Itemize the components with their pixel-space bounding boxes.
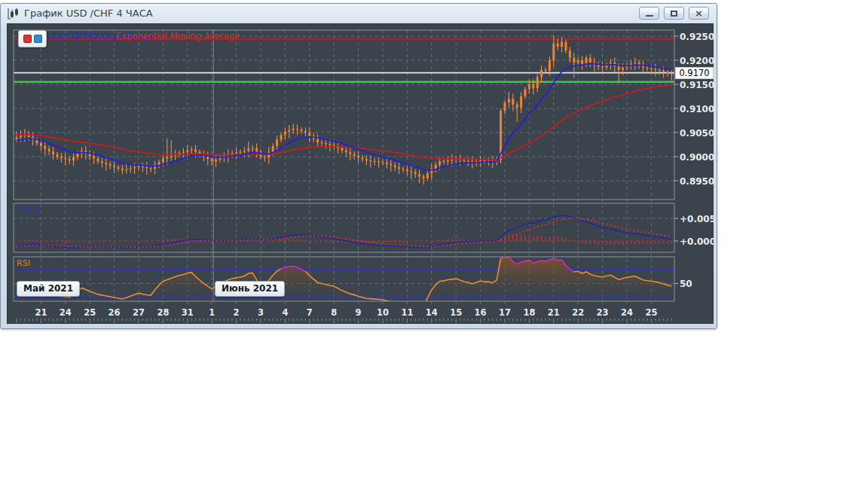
chart-canvas[interactable]: 0.92500.92000.91500.91000.90500.90000.89… [8,24,714,325]
candle [97,159,99,162]
date-axis-label: 17 [499,307,511,318]
macd-histogram-bar [553,236,554,241]
macd-histogram-bar [32,239,33,241]
candle [113,166,115,167]
macd-histogram-bar [659,241,660,243]
candle [398,167,400,169]
candle [439,161,441,164]
macd-histogram-bar [606,241,607,246]
macd-histogram-bar [285,239,286,241]
candle [109,164,112,166]
minimize-icon [646,15,653,17]
macd-histogram-bar [643,241,643,244]
close-button[interactable]: × [689,7,709,20]
candle [524,89,527,96]
candle [57,154,59,157]
candle [276,140,278,146]
chart-client-area[interactable]: 0.92500.92000.91500.91000.90500.90000.89… [7,23,714,324]
date-axis-label: 14 [426,307,438,318]
macd-histogram-bar [334,241,335,242]
macd-histogram-bar [671,241,672,243]
macd-histogram-bar [301,239,301,241]
macd-histogram-bar [395,241,396,242]
candle [304,131,307,133]
candle [272,146,274,152]
macd-histogram-bar [305,239,306,241]
candle [341,148,344,150]
candle [69,159,71,160]
macd-histogram-bar [338,241,338,243]
macd-histogram-bar [456,239,457,241]
candle [374,161,376,162]
buy-button[interactable] [34,35,42,43]
month-marker-june: Июнь 2021 [215,281,285,297]
candle [231,154,234,154]
candle [394,166,396,168]
candle [321,142,323,143]
macd-pane-title: MACD [17,204,41,214]
sell-button[interactable] [23,35,32,43]
candle [667,72,669,74]
macd-histogram-bar [614,241,615,245]
macd-histogram-bar [631,241,631,244]
date-axis-label: 23 [597,307,609,318]
macd-pane-layer [17,215,672,248]
candle [365,159,368,160]
date-axis-label: 21 [548,307,560,318]
price-axis-label: 0.9100 [680,104,714,114]
window-title: График USD /CHF 4 ЧАСА [24,8,153,19]
macd-axis-label: +0.000 [680,236,714,247]
candle [194,149,197,151]
date-axis-label: 25 [84,307,96,318]
date-axis-label: 25 [645,307,657,318]
window-controls: × [639,7,709,20]
macd-histogram-bar [667,241,668,243]
macd-histogram-bar [280,239,281,241]
date-axis-label: 1 [209,307,215,318]
date-axis-label: 4 [282,307,288,318]
candle [410,171,412,172]
candlestick-chart-icon [8,8,21,20]
date-axis-label: 22 [572,307,584,318]
quick-trade-panel[interactable] [18,30,47,47]
date-axis-label: 8 [331,307,337,318]
maximize-button[interactable] [664,7,684,20]
legend-label[interactable]: Exponential Moving Average [116,31,240,41]
macd-histogram-bar [558,236,558,241]
candle [133,167,136,168]
candle [573,58,575,63]
macd-histogram-bar [622,241,623,245]
candle [402,169,405,169]
macd-histogram-bar [460,239,460,241]
macd-histogram-bar [163,239,164,241]
date-axis-label: 11 [401,307,413,318]
titlebar[interactable]: График USD /CHF 4 ЧАСА × [1,4,717,23]
macd-histogram-bar [167,239,167,241]
macd-histogram-bar [378,241,379,242]
date-axis-label: 24 [621,307,633,318]
candle [211,159,213,161]
date-axis-label: 28 [157,307,169,318]
candle [520,96,522,108]
candle [545,70,547,71]
candle [121,169,124,170]
candle [390,164,392,166]
candle [528,84,530,89]
candle [634,63,636,63]
minimize-button[interactable] [639,7,659,20]
candle [536,77,539,88]
candle [162,159,164,162]
macd-histogram-bar [468,239,469,241]
macd-pane-border [14,203,674,252]
candle [532,84,534,88]
date-axis-label: 21 [35,307,47,318]
candle [72,157,75,160]
macd-histogram-bar [293,239,294,241]
macd-histogram-bar [297,239,298,241]
candle [243,151,246,151]
date-axis-label: 24 [60,307,72,318]
candle [662,71,665,72]
macd-histogram-bar [326,241,326,242]
date-axis-label: 2 [234,307,240,318]
macd-histogram-bar [390,241,391,242]
